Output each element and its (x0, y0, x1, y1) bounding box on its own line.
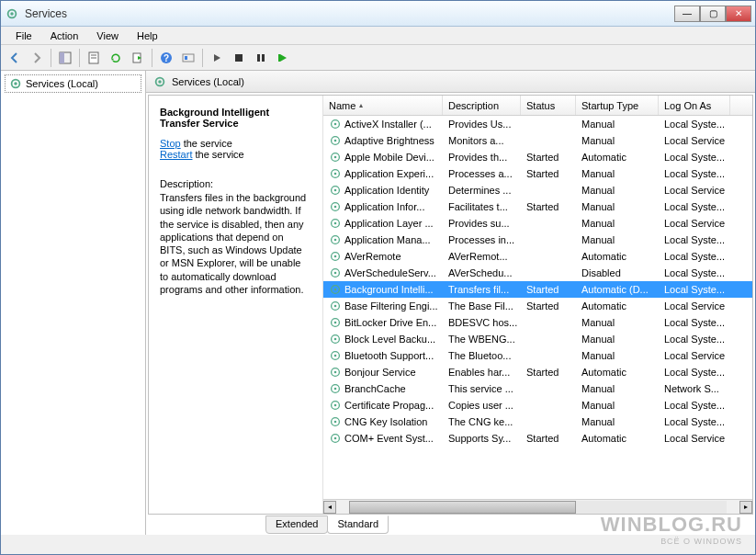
table-row[interactable]: Certificate Propag...Copies user ...Manu… (323, 397, 752, 413)
table-row[interactable]: Application Layer ...Provides su...Manua… (323, 215, 752, 232)
cell-status (521, 255, 576, 257)
cell-status (521, 338, 576, 340)
table-row[interactable]: Application Experi...Processes a...Start… (323, 165, 752, 182)
cell-name: Bluetooth Support... (323, 348, 443, 363)
scroll-track[interactable] (349, 501, 727, 514)
forward-button[interactable] (27, 48, 47, 68)
menu-help[interactable]: Help (128, 28, 167, 43)
table-row[interactable]: Apple Mobile Devi...Provides th...Starte… (323, 149, 752, 165)
table-row[interactable]: ActiveX Installer (...Provides Us...Manu… (323, 116, 752, 132)
pause-button[interactable] (251, 48, 271, 68)
cell-status (521, 421, 576, 423)
scroll-left-button[interactable]: ◂ (323, 501, 336, 514)
start-button[interactable] (207, 48, 227, 68)
back-button[interactable] (5, 48, 25, 68)
list-body[interactable]: ActiveX Installer (...Provides Us...Manu… (323, 116, 752, 499)
table-row[interactable]: BranchCacheThis service ...ManualNetwork… (323, 380, 752, 397)
svg-point-31 (334, 206, 337, 209)
cell-status (521, 239, 576, 241)
table-row[interactable]: BitLocker Drive En...BDESVC hos...Manual… (323, 314, 752, 331)
cell-desc: Monitors a... (443, 134, 521, 147)
watermark-big: WINBLOG.RU (601, 513, 742, 537)
svg-point-39 (334, 272, 337, 275)
menu-view[interactable]: View (87, 28, 128, 43)
tab-extended[interactable]: Extended (265, 515, 328, 534)
cell-desc: The Bluetoo... (443, 349, 521, 362)
export-button[interactable] (128, 48, 148, 68)
restart-link[interactable]: Restart (160, 149, 192, 160)
properties-button[interactable] (84, 48, 104, 68)
cell-status (521, 272, 576, 274)
cell-name: Certificate Propag... (323, 398, 443, 413)
cell-name: Application Identity (323, 183, 443, 198)
stop-text: the service (181, 138, 232, 149)
cell-status: Started (521, 432, 576, 445)
svg-rect-11 (185, 56, 187, 60)
table-row[interactable]: Adaptive BrightnessMonitors a...ManualLo… (323, 132, 752, 149)
scroll-right-button[interactable]: ▸ (739, 501, 752, 514)
table-row[interactable]: Application IdentityDetermines ...Manual… (323, 182, 752, 198)
col-desc[interactable]: Description (443, 96, 521, 115)
table-row[interactable]: Application Infor...Facilitates t...Star… (323, 198, 752, 215)
svg-point-29 (334, 189, 337, 192)
svg-point-21 (334, 123, 337, 126)
svg-point-27 (334, 173, 337, 176)
table-row[interactable]: Base Filtering Engi...The Base Fil...Sta… (323, 298, 752, 314)
app-icon (5, 6, 19, 21)
menu-action[interactable]: Action (41, 28, 88, 43)
list-header: Name Description Status Startup Type Log… (323, 96, 752, 116)
cell-status: Started (521, 167, 576, 180)
table-row[interactable]: Block Level Backu...The WBENG...ManualLo… (323, 331, 752, 347)
col-logon[interactable]: Log On As (659, 96, 730, 115)
action-button[interactable] (178, 48, 198, 68)
cell-desc: This service ... (443, 382, 521, 395)
stop-link-line: Stop the service (160, 138, 311, 149)
stop-button[interactable] (229, 48, 249, 68)
table-row[interactable]: Background Intelli...Transfers fil...Sta… (323, 281, 752, 298)
cell-desc: Provides Us... (443, 118, 521, 130)
help-button[interactable]: ? (156, 48, 176, 68)
close-button[interactable]: ✕ (726, 6, 751, 22)
show-hide-tree-button[interactable] (55, 48, 75, 68)
table-row[interactable]: COM+ Event Syst...Supports Sy...StartedA… (323, 430, 752, 447)
scroll-thumb[interactable] (349, 501, 576, 514)
cell-startup: Manual (576, 184, 659, 197)
table-row[interactable]: Application Mana...Processes in...Manual… (323, 232, 752, 248)
cell-status: Started (521, 200, 576, 213)
cell-status: Started (521, 283, 576, 296)
menu-file[interactable]: File (6, 28, 41, 43)
table-row[interactable]: Bluetooth Support...The Bluetoo...Manual… (323, 347, 752, 364)
stop-link[interactable]: Stop (160, 138, 181, 149)
cell-name: Adaptive Brightness (323, 133, 443, 148)
table-row[interactable]: CNG Key IsolationThe CNG ke...ManualLoca… (323, 413, 752, 430)
cell-logon: Local Service (659, 217, 730, 230)
desc-text: Transfers files in the background using … (160, 191, 311, 296)
cell-name: Block Level Backu... (323, 332, 443, 346)
col-status[interactable]: Status (521, 96, 576, 115)
table-row[interactable]: Bonjour ServiceEnables har...StartedAuto… (323, 364, 752, 380)
svg-rect-13 (257, 54, 260, 62)
toolbar: ? (1, 45, 755, 71)
refresh-button[interactable] (106, 48, 126, 68)
tree-root[interactable]: Services (Local) (5, 74, 141, 93)
col-name[interactable]: Name (323, 96, 443, 115)
cell-startup: Automatic (576, 432, 659, 445)
cell-name: AVerScheduleServ... (323, 266, 443, 280)
maximize-button[interactable]: ▢ (700, 6, 726, 22)
minimize-button[interactable]: — (674, 6, 700, 22)
col-startup[interactable]: Startup Type (576, 96, 659, 115)
tab-standard[interactable]: Standard (327, 515, 389, 534)
cell-startup: Manual (576, 333, 659, 345)
restart-text: the service (192, 149, 243, 160)
svg-point-43 (334, 305, 337, 308)
cell-logon: Local Syste... (659, 333, 730, 345)
table-row[interactable]: AVerRemoteAVerRemot...AutomaticLocal Sys… (323, 248, 752, 265)
restart-button[interactable] (273, 48, 293, 68)
table-row[interactable]: AVerScheduleServ...AVerSchedu...Disabled… (323, 265, 752, 281)
titlebar[interactable]: Services — ▢ ✕ (1, 1, 755, 27)
cell-status: Started (521, 151, 576, 164)
cell-startup: Manual (576, 399, 659, 412)
cell-desc: The CNG ke... (443, 415, 521, 428)
cell-name: Base Filtering Engi... (323, 299, 443, 313)
horizontal-scrollbar[interactable]: ◂ ▸ (323, 499, 752, 514)
